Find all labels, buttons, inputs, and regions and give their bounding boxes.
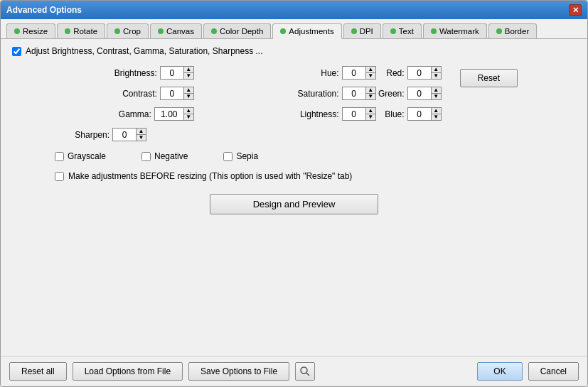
sharpen-row: Sharpen: ▲ ▼ (63, 128, 576, 141)
sharpen-input[interactable] (113, 129, 136, 141)
reset-col: Reset (460, 66, 518, 121)
tab-border[interactable]: Border (488, 23, 538, 38)
negative-label: Negative (154, 151, 188, 161)
hue-down[interactable]: ▼ (366, 72, 375, 79)
tab-dot-text (390, 28, 396, 34)
lightness-spinner: ▲ ▼ (342, 107, 376, 121)
tab-rotate[interactable]: Rotate (57, 23, 105, 38)
adjust-checkbox-label: Adjust Brightness, Contrast, Gamma, Satu… (26, 46, 263, 56)
cancel-button[interactable]: Cancel (528, 362, 579, 381)
brightness-down[interactable]: ▼ (184, 72, 193, 79)
design-preview-button[interactable]: Design and Preview (210, 194, 379, 214)
green-input[interactable] (408, 87, 431, 99)
contrast-down[interactable]: ▼ (184, 93, 193, 99)
sharpen-up[interactable]: ▲ (137, 129, 146, 134)
main-window: Advanced Options ✕ Resize Rotate Crop Ca… (0, 0, 588, 387)
saturation-input[interactable] (343, 87, 365, 99)
brightness-label: Brightness: (111, 68, 157, 78)
tab-resize[interactable]: Resize (6, 23, 55, 38)
tab-dot-border (496, 28, 502, 34)
blue-down[interactable]: ▼ (432, 114, 441, 120)
brightness-spinner: ▲ ▼ (160, 66, 194, 80)
tab-crop[interactable]: Crop (107, 23, 149, 38)
hue-spinner-btns: ▲ ▼ (365, 67, 375, 79)
brightness-row: Brightness: ▲ ▼ (12, 66, 194, 80)
hue-input[interactable] (343, 67, 365, 79)
blue-row: Blue: ▲ ▼ (376, 107, 442, 121)
tab-dot-crop (114, 28, 120, 34)
right-col-inner: Red: ▲ ▼ Green: (376, 66, 576, 121)
content-area: Adjust Brightness, Contrast, Gamma, Satu… (1, 39, 587, 356)
tab-dpi[interactable]: DPI (343, 23, 381, 38)
brightness-input[interactable] (161, 67, 183, 79)
middle-col: Hue: ▲ ▼ Saturation: ▲ (194, 66, 376, 121)
green-up[interactable]: ▲ (432, 87, 441, 93)
tab-color-depth[interactable]: Color Depth (203, 23, 271, 38)
tab-dot-resize (14, 28, 20, 34)
lightness-spinner-btns: ▲ ▼ (365, 108, 375, 120)
red-spinner: ▲ ▼ (407, 66, 442, 80)
green-down[interactable]: ▼ (432, 93, 441, 99)
blue-label: Blue: (376, 109, 405, 119)
tab-dot-watermark (431, 28, 437, 34)
tab-watermark[interactable]: Watermark (423, 23, 487, 38)
lightness-down[interactable]: ▼ (366, 114, 375, 120)
reset-button[interactable]: Reset (460, 69, 518, 87)
tab-text[interactable]: Text (383, 23, 422, 38)
blue-up[interactable]: ▲ (432, 108, 441, 114)
grayscale-checkbox[interactable] (55, 152, 64, 161)
tab-text-label: Text (399, 27, 414, 36)
green-spinner-btns: ▲ ▼ (431, 87, 441, 99)
tab-dot-adjustments (280, 28, 286, 34)
tab-adjustments[interactable]: Adjustments (272, 23, 341, 39)
adjust-checkbox-row: Adjust Brightness, Contrast, Gamma, Satu… (12, 46, 576, 56)
negative-checkbox[interactable] (141, 152, 151, 161)
adjust-checkbox[interactable] (12, 47, 21, 56)
save-options-button[interactable]: Save Options to File (188, 362, 289, 381)
tab-resize-label: Resize (23, 27, 48, 36)
tabs-bar: Resize Rotate Crop Canvas Color Depth Ad… (1, 19, 587, 39)
green-spinner: ▲ ▼ (407, 87, 442, 100)
ok-button[interactable]: OK (477, 362, 522, 381)
lightness-up[interactable]: ▲ (366, 108, 375, 114)
saturation-label: Saturation: (286, 89, 339, 99)
effects-row: Grayscale Negative Sepia (55, 151, 576, 161)
saturation-down[interactable]: ▼ (366, 93, 375, 99)
hue-up[interactable]: ▲ (366, 67, 375, 72)
contrast-input[interactable] (161, 87, 183, 99)
before-resize-checkbox[interactable] (55, 172, 64, 181)
blue-spinner: ▲ ▼ (407, 107, 442, 121)
gamma-up[interactable]: ▲ (184, 108, 193, 114)
sepia-checkbox[interactable] (223, 152, 232, 161)
saturation-up[interactable]: ▲ (366, 87, 375, 93)
lightness-label: Lightness: (286, 109, 339, 119)
blue-input[interactable] (408, 108, 431, 120)
red-input[interactable] (408, 67, 431, 79)
tab-canvas[interactable]: Canvas (150, 23, 202, 38)
lightness-input[interactable] (343, 108, 365, 120)
brightness-spinner-btns: ▲ ▼ (183, 67, 193, 79)
tab-adjustments-label: Adjustments (289, 27, 333, 36)
saturation-spinner: ▲ ▼ (342, 87, 376, 100)
red-down[interactable]: ▼ (432, 72, 441, 79)
grayscale-label: Grayscale (68, 151, 106, 161)
sharpen-down[interactable]: ▼ (137, 134, 146, 141)
close-button[interactable]: ✕ (569, 4, 582, 16)
load-options-button[interactable]: Load Options from File (73, 362, 183, 381)
search-icon-button[interactable] (295, 362, 315, 381)
red-row: Red: ▲ ▼ (376, 66, 442, 80)
reset-all-button[interactable]: Reset all (9, 362, 67, 381)
sharpen-spinner-btns: ▲ ▼ (136, 129, 146, 141)
hue-spinner: ▲ ▼ (342, 66, 376, 80)
tab-border-label: Border (505, 27, 530, 36)
red-up[interactable]: ▲ (432, 67, 441, 72)
brightness-up[interactable]: ▲ (184, 67, 193, 72)
contrast-up[interactable]: ▲ (184, 87, 193, 93)
tab-dot-dpi (351, 28, 357, 34)
gamma-input[interactable] (155, 108, 183, 120)
sepia-label: Sepia (236, 151, 258, 161)
contrast-spinner: ▲ ▼ (160, 87, 194, 100)
contrast-spinner-btns: ▲ ▼ (183, 87, 193, 99)
red-spinner-btns: ▲ ▼ (431, 67, 441, 79)
gamma-down[interactable]: ▼ (184, 114, 193, 120)
